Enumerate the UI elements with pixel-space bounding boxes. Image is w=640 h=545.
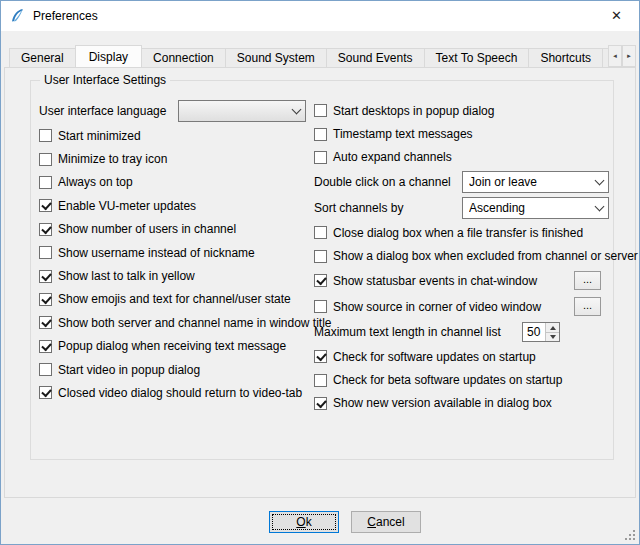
tab-bar: General Display Connection Sound System … [4, 45, 636, 67]
checkbox-label: Check for software updates on startup [333, 350, 536, 364]
tab-shortcuts[interactable]: Shortcuts [528, 48, 603, 67]
tab-label: Sound Events [338, 51, 413, 65]
sort-channels-select[interactable]: Ascending [462, 197, 609, 219]
checkbox-label: Show a dialog box when excluded from cha… [333, 249, 638, 263]
checkbox-show-number-of-users[interactable]: Show number of users in channel [39, 218, 309, 241]
checkbox-box [39, 386, 52, 399]
checkbox-label: Always on top [58, 175, 133, 189]
checkbox-minimize-to-tray-icon[interactable]: Minimize to tray icon [39, 147, 309, 170]
checkbox-label: Show both server and channel name in win… [58, 316, 332, 330]
checkbox-box [39, 363, 52, 376]
checkbox-box [39, 270, 52, 283]
statusbar-events-more-button[interactable]: ... [574, 271, 601, 290]
checkbox-label: Show new version available in dialog box [333, 396, 552, 410]
checkbox-label: Minimize to tray icon [58, 152, 167, 166]
tab-sound-events[interactable]: Sound Events [326, 48, 425, 67]
checkbox-box [39, 246, 52, 259]
tab-general[interactable]: General [9, 48, 76, 67]
checkbox-box [39, 199, 52, 212]
checkbox-popup-dialog-on-text-message[interactable]: Popup dialog when receiving text message [39, 335, 309, 358]
language-select[interactable] [178, 100, 306, 122]
spinner-value: 50 [523, 323, 545, 341]
checkbox-show-source-in-video-corner[interactable]: Show source in corner of video window [314, 300, 541, 314]
sort-channels-row: Sort channels by Ascending [314, 195, 610, 221]
group-title: User Interface Settings [40, 73, 170, 87]
tab-label: Connection [153, 51, 214, 65]
title-bar: Preferences ✕ [1, 1, 639, 31]
checkbox-box [314, 226, 327, 239]
max-text-length-spinner[interactable]: 50 [522, 322, 560, 342]
checkbox-box [314, 104, 327, 117]
arrow-down-icon [550, 335, 556, 339]
tab-scroller: ◄ ► [608, 45, 636, 67]
checkbox-enable-vu-meter-updates[interactable]: Enable VU-meter updates [39, 194, 309, 217]
tab-scroll-right-button[interactable]: ► [622, 45, 636, 67]
checkbox-auto-expand-channels[interactable]: Auto expand channels [314, 146, 610, 169]
checkbox-show-emojis-and-text[interactable]: Show emojis and text for channel/user st… [39, 288, 309, 311]
checkbox-check-updates-on-startup[interactable]: Check for software updates on startup [314, 345, 610, 368]
checkbox-show-server-and-channel-in-title[interactable]: Show both server and channel name in win… [39, 311, 309, 334]
tab-connection[interactable]: Connection [141, 48, 226, 67]
resize-grip[interactable] [623, 528, 635, 540]
checkbox-box [39, 176, 52, 189]
language-row: User interface language [39, 99, 309, 123]
checkbox-label: Show emojis and text for channel/user st… [58, 292, 291, 306]
checkbox-show-dialog-when-excluded[interactable]: Show a dialog box when excluded from cha… [314, 245, 610, 268]
checkbox-close-dialog-on-file-transfer[interactable]: Close dialog box when a file transfer is… [314, 221, 610, 244]
checkbox-start-desktops-in-popup[interactable]: Start desktops in popup dialog [314, 99, 610, 122]
tab-sound-system[interactable]: Sound System [225, 48, 327, 67]
chevron-down-icon [590, 172, 608, 192]
checkbox-label: Auto expand channels [333, 150, 452, 164]
tab-label: Text To Speech [436, 51, 518, 65]
checkbox-label: Start video in popup dialog [58, 363, 200, 377]
close-button[interactable]: ✕ [594, 1, 639, 30]
spinner-buttons [545, 323, 559, 341]
display-tab-pane: User Interface Settings User interface l… [4, 67, 636, 498]
checkbox-label: Enable VU-meter updates [58, 199, 196, 213]
checkbox-label: Show statusbar events in chat-window [333, 274, 537, 288]
checkbox-show-username-instead-of-nickname[interactable]: Show username instead of nickname [39, 241, 309, 264]
checkbox-always-on-top[interactable]: Always on top [39, 171, 309, 194]
tab-label: Sound System [237, 51, 315, 65]
checkbox-start-video-in-popup[interactable]: Start video in popup dialog [39, 358, 309, 381]
checkbox-timestamp-text-messages[interactable]: Timestamp text messages [314, 122, 610, 145]
cancel-button[interactable]: Cancel [351, 511, 421, 533]
cancel-button-label: Cancel [367, 515, 404, 529]
checkbox-start-minimized[interactable]: Start minimized [39, 124, 309, 147]
checkbox-label: Show last to talk in yellow [58, 269, 195, 283]
spinner-down-button[interactable] [546, 332, 559, 342]
checkbox-label: Closed video dialog should return to vid… [58, 386, 302, 400]
checkbox-check-beta-updates-on-startup[interactable]: Check for beta software updates on start… [314, 368, 610, 391]
tab-scroll-left-button[interactable]: ◄ [608, 45, 622, 67]
arrow-up-icon [550, 326, 556, 330]
checkbox-label: Popup dialog when receiving text message [58, 339, 286, 353]
checkbox-box [39, 153, 52, 166]
checkbox-label: Timestamp text messages [333, 127, 473, 141]
checkbox-label: Start minimized [58, 129, 141, 143]
right-column: Start desktops in popup dialog Timestamp… [314, 99, 610, 415]
checkbox-box [39, 293, 52, 306]
tab-label: General [21, 51, 64, 65]
video-source-more-button[interactable]: ... [574, 297, 601, 316]
checkbox-show-last-to-talk-in-yellow[interactable]: Show last to talk in yellow [39, 264, 309, 287]
checkbox-box [314, 250, 327, 263]
checkbox-show-statusbar-events[interactable]: Show statusbar events in chat-window [314, 274, 537, 288]
double-click-select[interactable]: Join or leave [462, 171, 609, 193]
checkbox-box [39, 223, 52, 236]
checkbox-closed-video-return-to-video-tab[interactable]: Closed video dialog should return to vid… [39, 381, 309, 404]
checkbox-box [39, 129, 52, 142]
sort-channels-label: Sort channels by [314, 201, 403, 215]
max-text-length-row: Maximum text length in channel list 50 [314, 320, 610, 345]
ok-button[interactable]: Ok [269, 511, 339, 533]
checkbox-box [314, 300, 327, 313]
left-column: User interface language Start minimized … [39, 99, 309, 405]
app-logo-icon [9, 8, 25, 24]
sort-channels-value: Ascending [469, 201, 525, 215]
checkbox-box [39, 316, 52, 329]
tab-display[interactable]: Display [75, 45, 142, 67]
checkbox-box [314, 374, 327, 387]
spinner-up-button[interactable] [546, 323, 559, 332]
tab-text-to-speech[interactable]: Text To Speech [424, 48, 530, 67]
checkbox-show-new-version-dialog[interactable]: Show new version available in dialog box [314, 392, 610, 415]
checkbox-box [39, 340, 52, 353]
